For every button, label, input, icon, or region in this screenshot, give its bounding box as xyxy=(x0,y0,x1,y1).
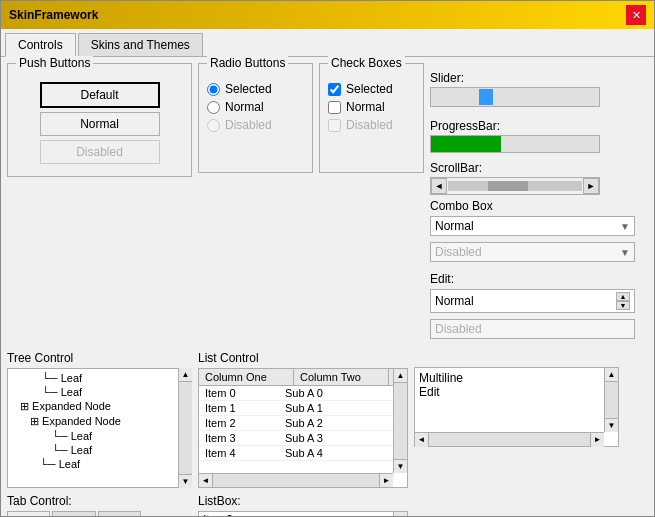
radio-disabled: Disabled xyxy=(207,118,304,132)
multiline-scrollbar-h[interactable]: ◄ ► xyxy=(415,432,604,446)
radio-disabled-label: Disabled xyxy=(225,118,272,132)
tree-control[interactable]: └─ Leaf └─ Leaf ⊞ Expanded Node ⊞ Expand… xyxy=(7,368,192,488)
listbox-scroll-up[interactable]: ▲ xyxy=(394,512,407,517)
check-selected: Selected xyxy=(328,82,415,96)
combo-normal[interactable]: Normal ▼ xyxy=(430,216,635,236)
list-row[interactable]: Item 0Sub A 0 xyxy=(199,386,407,401)
inner-tab-1[interactable]: Item xyxy=(52,511,95,517)
list-cell: Item 0 xyxy=(199,386,279,400)
radio-selected-input[interactable] xyxy=(207,83,220,96)
push-buttons-label: Push Buttons xyxy=(16,56,93,70)
edit-label: Edit: xyxy=(430,272,635,286)
combo-disabled: Disabled ▼ xyxy=(430,242,635,262)
normal-button[interactable]: Normal xyxy=(40,112,160,136)
list-cell: Sub A 0 xyxy=(279,386,359,400)
tree-item[interactable]: └─ Leaf xyxy=(10,443,189,457)
edit-normal[interactable]: Normal ▲ ▼ xyxy=(430,289,635,313)
check-disabled: Disabled xyxy=(328,118,415,132)
scroll-thumb[interactable] xyxy=(488,181,528,191)
list-scroll-right[interactable]: ► xyxy=(379,474,393,488)
spin-up-button[interactable]: ▲ xyxy=(616,292,630,301)
tab-skins-themes[interactable]: Skins and Themes xyxy=(78,33,203,56)
tree-item[interactable]: └─ Leaf xyxy=(10,429,189,443)
check-normal-input[interactable] xyxy=(328,101,341,114)
check-disabled-input xyxy=(328,119,341,132)
list-cell: Item 1 xyxy=(199,401,279,415)
radio-normal: Normal xyxy=(207,100,304,114)
tab-controls[interactable]: Controls xyxy=(5,33,76,57)
multiline-box[interactable]: Multiline Edit ▲ ▼ ◄ ► xyxy=(414,367,619,447)
tree-scroll-down[interactable]: ▼ xyxy=(179,474,192,488)
list-scrollbar-v[interactable]: ▲ ▼ xyxy=(393,369,407,473)
listbox[interactable]: Item0 Item1 Item2 Item3 Item4 Item5 ▲ ▼ xyxy=(198,511,408,517)
radio-normal-input[interactable] xyxy=(207,101,220,114)
list-rows: Item 0Sub A 0 Item 1Sub A 1 Item 2Sub A … xyxy=(199,386,407,461)
scroll-left-button[interactable]: ◄ xyxy=(431,178,447,194)
multiline-line2: Edit xyxy=(419,385,614,399)
tab-control-tabs: Item Item Item xyxy=(7,511,192,517)
progressbar-outer xyxy=(430,135,600,153)
list-scroll-up[interactable]: ▲ xyxy=(394,369,407,383)
multiline-panel: Multiline Edit ▲ ▼ ◄ ► xyxy=(414,351,619,488)
push-buttons-panel: Push Buttons Default Normal Disabled xyxy=(7,63,192,345)
list-cell: Item 4 xyxy=(199,446,279,460)
default-button[interactable]: Default xyxy=(40,82,160,108)
tree-item[interactable]: └─ Leaf xyxy=(10,371,189,385)
list-row[interactable]: Item 4Sub A 4 xyxy=(199,446,407,461)
radio-normal-label: Normal xyxy=(225,100,264,114)
tree-item[interactable]: └─ Leaf xyxy=(10,457,189,471)
list-row[interactable]: Item 1Sub A 1 xyxy=(199,401,407,416)
list-scroll-left[interactable]: ◄ xyxy=(199,474,213,488)
list-row[interactable]: Item 3Sub A 3 xyxy=(199,431,407,446)
slider-thumb[interactable] xyxy=(479,89,493,105)
combo-box-section: Combo Box Normal ▼ Disabled ▼ xyxy=(430,199,635,268)
tree-scroll-up[interactable]: ▲ xyxy=(179,368,192,382)
tree-scrollbar[interactable]: ▲ ▼ xyxy=(178,368,192,488)
listbox-item[interactable]: Item0 xyxy=(199,512,393,517)
bottom-right-panel: Disabled xyxy=(414,494,619,517)
list-scroll-down[interactable]: ▼ xyxy=(394,459,407,473)
multiline-scroll-up[interactable]: ▲ xyxy=(605,368,618,382)
slider-track[interactable] xyxy=(430,87,600,107)
tree-item[interactable]: └─ Leaf xyxy=(10,385,189,399)
scrollbar-section: ScrollBar: ◄ ► xyxy=(430,157,635,195)
multiline-scroll-left[interactable]: ◄ xyxy=(415,433,429,447)
check-normal-label: Normal xyxy=(346,100,385,114)
spin-down-button[interactable]: ▼ xyxy=(616,301,630,310)
listbox-scrollbar[interactable]: ▲ ▼ xyxy=(393,512,407,517)
scrollbar-horizontal[interactable]: ◄ ► xyxy=(430,177,600,195)
list-row[interactable]: Item 2Sub A 2 xyxy=(199,416,407,431)
multiline-scrollbar-v[interactable]: ▲ ▼ xyxy=(604,368,618,432)
edit-section: Edit: Normal ▲ ▼ Disabled xyxy=(430,272,635,345)
check-normal: Normal xyxy=(328,100,415,114)
inner-tab-0[interactable]: Item xyxy=(7,511,50,517)
check-selected-input[interactable] xyxy=(328,83,341,96)
tree-control-panel: Tree Control └─ Leaf └─ Leaf ⊞ Expanded … xyxy=(7,351,192,488)
multiline-scroll-down[interactable]: ▼ xyxy=(605,418,618,432)
check-selected-label: Selected xyxy=(346,82,393,96)
inner-tab-2[interactable]: Item xyxy=(98,511,141,517)
progressbar-inner xyxy=(431,136,501,152)
list-control-label: List Control xyxy=(198,351,408,365)
scroll-track[interactable] xyxy=(448,181,582,191)
title-bar: SkinFramework ✕ xyxy=(1,1,654,29)
scroll-right-button[interactable]: ► xyxy=(583,178,599,194)
tree-control-label: Tree Control xyxy=(7,351,192,365)
edit-disabled-value: Disabled xyxy=(435,322,482,336)
disabled-button: Disabled xyxy=(40,140,160,164)
inner-tab-bar: Item Item Item xyxy=(7,511,192,517)
tree-item[interactable]: ⊞ Expanded Node xyxy=(10,414,189,429)
multiline-line1: Multiline xyxy=(419,371,614,385)
combo-disabled-value: Disabled xyxy=(435,245,482,259)
radio-selected: Selected xyxy=(207,82,304,96)
multiline-content: Multiline Edit xyxy=(415,368,618,402)
multiline-scroll-right[interactable]: ► xyxy=(590,433,604,447)
list-col-two: Column Two xyxy=(294,369,389,385)
list-scrollbar-h[interactable]: ◄ ► xyxy=(199,473,393,487)
listbox-panel: ListBox: Item0 Item1 Item2 Item3 Item4 I… xyxy=(198,494,408,517)
listbox-items: Item0 Item1 Item2 Item3 Item4 Item5 xyxy=(199,512,393,517)
list-cell: Sub A 1 xyxy=(279,401,359,415)
tree-item[interactable]: ⊞ Expanded Node xyxy=(10,399,189,414)
spin-buttons: ▲ ▼ xyxy=(616,292,630,310)
close-button[interactable]: ✕ xyxy=(626,5,646,25)
